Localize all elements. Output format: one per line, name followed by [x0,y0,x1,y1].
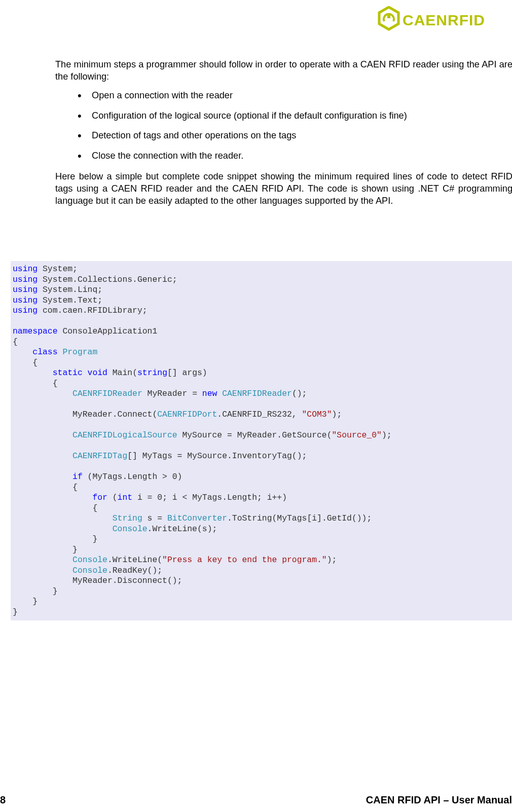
code-text: [] args) [167,368,207,378]
list-item: Detection of tags and other operations o… [80,130,512,142]
intro-paragraph-1: The minimum steps a programmer should fo… [55,58,512,83]
kw: int [118,493,133,502]
code-text: ( [107,493,118,502]
code-text: System; [43,264,78,274]
kw: using [13,275,38,284]
kw: using [13,296,38,305]
list-item: Open a connection with the reader [80,90,512,102]
kw: using [13,264,38,274]
code-text: System.Collections.Generic; [43,275,177,284]
kw: using [13,306,38,315]
svg-rect-1 [387,15,390,18]
type: Console [113,524,148,534]
code-text: .WriteLine( [107,555,162,565]
code-text: [] MyTags = MySource.InventoryTag(); [127,451,307,461]
type: Program [62,347,97,357]
str: "COM3" [302,410,332,419]
page: CAENRFID The minimum steps a programmer … [0,0,512,812]
kw: string [137,368,167,378]
code-text: ); [327,555,337,565]
type: CAENRFIDReader [222,389,292,398]
code-text: MyReader.Disconnect(); [13,576,182,585]
type: CAENRFIDLogicalSource [72,430,177,440]
code-text: ); [382,430,392,440]
code-text: .ToString(MyTags[i].GetId()); [227,513,372,523]
code-text: ); [332,410,342,419]
code-text: .ReadKey(); [107,566,162,575]
kw: for [92,493,107,502]
type: Console [72,566,107,575]
footer-title: CAEN RFID API – User Manual [366,794,512,806]
code-text: System.Text; [43,296,102,305]
type: String [113,513,142,523]
code-text: (); [292,389,307,398]
code-text: ConsoleApplication1 [62,326,157,336]
kw: class [32,347,57,357]
content-area: The minimum steps a programmer should fo… [55,58,512,207]
type: CAENRFIDTag [72,451,127,461]
code-text: (MyTags.Length > 0) [83,472,182,482]
code-text: MyReader = [142,389,202,398]
kw: using [13,285,38,294]
str: "Press a key to end the program." [162,555,327,565]
code-text: .CAENRFID_RS232, [217,410,302,419]
type: CAENRFIDReader [72,389,142,398]
kw: if [72,472,83,482]
code-text: s = [142,513,167,523]
type: Console [72,555,107,565]
steps-list: Open a connection with the reader Config… [55,90,512,162]
kw: new [202,389,217,398]
kw: static [53,368,83,378]
kw: void [88,368,107,378]
code-text: com.caen.RFIDLibrary; [43,306,148,315]
list-item: Configuration of the logical source (opt… [80,110,512,122]
str: "Source_0" [332,430,382,440]
code-text: MyReader.Connect( [13,410,157,419]
code-text: Main( [113,368,137,378]
kw: namespace [13,326,58,336]
intro-paragraph-2: Here below a simple but complete code sn… [55,170,512,207]
list-item: Close the connection with the reader. [80,150,512,162]
type: BitConverter [167,513,227,523]
type: CAENRFIDPort [157,410,217,419]
code-text: .WriteLine(s); [148,524,217,534]
brand-text: CAENRFID [403,12,485,28]
page-number: 8 [0,794,6,806]
code-block: using System; using System.Collections.G… [11,261,512,620]
caenrfid-logo-icon: CAENRFID [377,6,509,34]
brand-logo: CAENRFID [377,6,509,34]
code-text: System.Linq; [43,285,102,294]
code-text: i = 0; i < MyTags.Length; i++) [132,493,287,502]
code-text: MySource = MyReader.GetSource( [177,430,332,440]
